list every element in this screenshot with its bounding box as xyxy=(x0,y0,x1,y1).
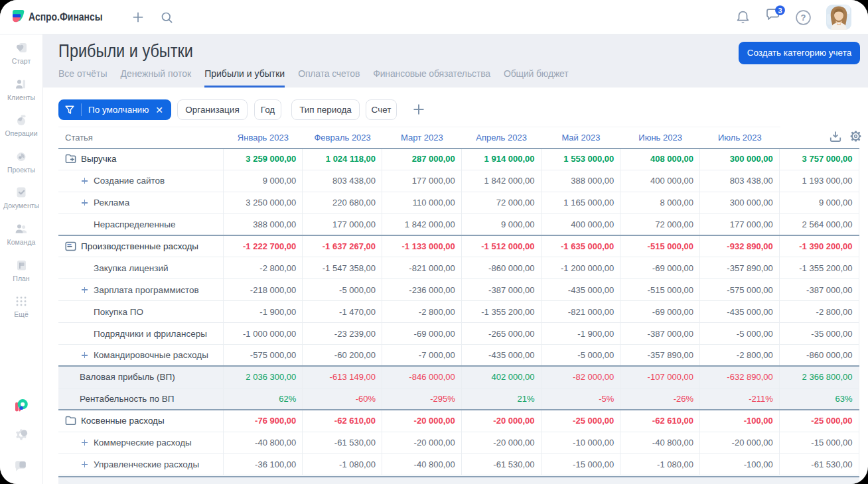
svg-text:?: ? xyxy=(801,13,806,23)
svg-text:3: 3 xyxy=(778,6,782,14)
